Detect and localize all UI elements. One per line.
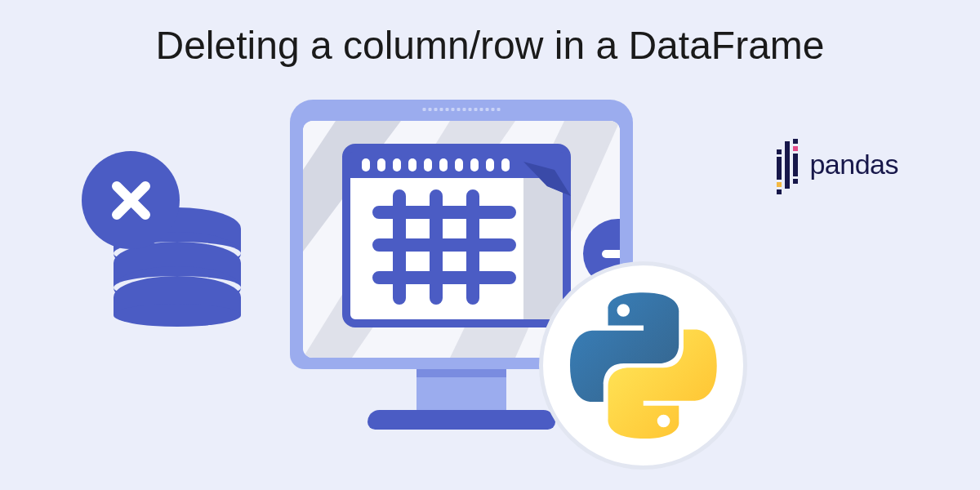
python-logo-badge [539, 261, 747, 470]
pandas-wordmark: pandas [809, 149, 898, 180]
monitor-speaker-dots [423, 108, 501, 111]
pandas-logo: pandas [777, 135, 898, 194]
python-logo-icon [570, 292, 717, 439]
monitor-base [368, 410, 555, 430]
close-icon [82, 151, 180, 249]
table-grid-icon [367, 188, 522, 314]
database-delete-illustration [110, 192, 245, 327]
page-title: Deleting a column/row in a DataFrame [155, 23, 824, 68]
svg-point-10 [114, 304, 241, 327]
pandas-logo-icon [777, 135, 798, 194]
table-window [342, 144, 571, 327]
fold-corner-icon [523, 162, 571, 196]
